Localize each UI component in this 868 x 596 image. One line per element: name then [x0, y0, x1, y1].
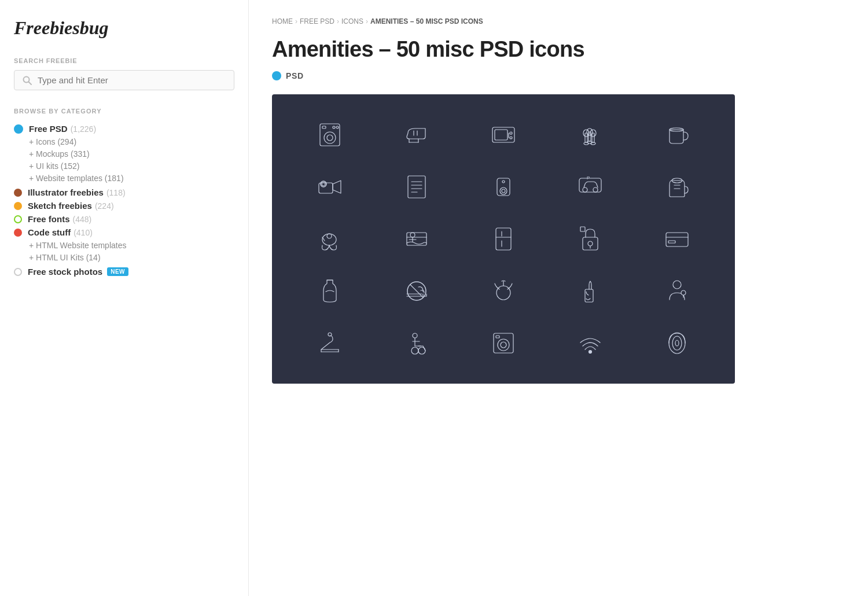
tag-psd: PSD [272, 71, 304, 80]
site-logo[interactable]: Freebiesbug [14, 17, 234, 39]
sub-items-code: + HTML Website templates + HTML UI Kits … [29, 241, 234, 262]
category-count-sketch: (224) [95, 201, 114, 211]
svg-point-42 [583, 187, 587, 192]
icon-washer-front [486, 326, 521, 360]
sub-item-icons[interactable]: + Icons (294) [29, 137, 234, 146]
sub-items-free-psd: + Icons (294) + Mockups (331) + UI kits … [29, 137, 234, 183]
category-sketch[interactable]: Sketch freebies (224) [14, 201, 234, 211]
breadcrumb-sep-1: › [295, 17, 297, 25]
icon-coffee-grinder [660, 170, 694, 204]
svg-marker-29 [333, 181, 341, 193]
breadcrumb-sep-2: › [337, 17, 339, 25]
svg-line-71 [410, 285, 423, 297]
tag-label-psd: PSD [286, 71, 304, 80]
icon-bowling-pins [573, 117, 608, 152]
category-name-sketch: Sketch freebies [28, 201, 92, 211]
category-fonts[interactable]: Free fonts (448) [14, 214, 234, 224]
icon-candy [486, 274, 521, 308]
svg-point-40 [502, 181, 505, 183]
category-count-free-psd: (1,226) [71, 124, 96, 134]
icon-wheelchair [399, 326, 434, 360]
svg-rect-64 [666, 233, 688, 247]
svg-rect-84 [494, 333, 513, 353]
svg-point-75 [681, 290, 686, 295]
sub-item-mockups[interactable]: + Mockups (331) [29, 149, 234, 159]
category-code[interactable]: Code stuff (410) [14, 227, 234, 237]
svg-point-16 [510, 137, 512, 139]
category-dot-code [14, 229, 22, 237]
icon-bottle [312, 274, 347, 308]
svg-point-85 [498, 339, 509, 351]
svg-rect-25 [589, 132, 591, 141]
badge-new: NEW [107, 267, 128, 276]
icon-towel-roll [660, 326, 694, 360]
breadcrumb-sep-3: › [366, 17, 368, 25]
svg-line-1 [29, 82, 32, 84]
svg-point-49 [327, 234, 332, 238]
svg-point-74 [673, 281, 681, 289]
search-input[interactable] [38, 75, 226, 85]
sidebar: Freebiesbug SEARCH FREEBIE BROWSE BY CAT… [0, 0, 249, 596]
category-name-code: Code stuff [28, 227, 71, 237]
category-dot-sketch [14, 202, 22, 210]
category-free-psd[interactable]: Free PSD (1,226) [14, 124, 234, 134]
category-name-stock: Free stock photos [28, 267, 102, 277]
svg-text:P: P [587, 175, 590, 181]
sub-item-html-ui-kits[interactable]: + HTML UI Kits (14) [29, 253, 234, 262]
icon-car-parking: P [573, 170, 608, 204]
page-title: Amenities – 50 misc PSD icons [272, 37, 845, 62]
sub-item-html-templates[interactable]: + HTML Website templates [29, 241, 234, 250]
tag-dot-psd [272, 71, 281, 80]
icon-washing-machine [312, 117, 347, 152]
icon-credit-card [660, 222, 694, 256]
category-dot-illustrator [14, 189, 22, 197]
icon-grid-container: P [272, 94, 735, 384]
svg-rect-14 [495, 130, 507, 140]
icon-refrigerator [486, 222, 521, 256]
svg-point-6 [333, 126, 335, 128]
browse-label: BROWSE BY CATEGORY [14, 108, 234, 115]
icon-video-camera [312, 170, 347, 204]
breadcrumb-free-psd[interactable]: FREE PSD [300, 17, 334, 25]
icon-grid: P [289, 117, 718, 360]
svg-rect-73 [585, 289, 593, 302]
icon-coffee-mug [660, 117, 694, 152]
svg-point-48 [322, 234, 336, 245]
breadcrumb-icons[interactable]: ICONS [341, 17, 363, 25]
svg-point-61 [588, 241, 593, 246]
category-count-fonts: (448) [73, 215, 92, 224]
category-stock-photos[interactable]: Free stock photos NEW [14, 267, 234, 277]
svg-rect-51 [407, 233, 426, 245]
svg-point-72 [496, 286, 510, 300]
svg-rect-19 [585, 133, 587, 142]
icon-eco-candle [573, 274, 608, 308]
sub-item-website-templates[interactable]: + Website templates (181) [29, 174, 234, 183]
svg-point-43 [593, 187, 598, 192]
breadcrumb-home[interactable]: HOME [272, 17, 293, 25]
category-name-illustrator: Illustrator freebies [28, 187, 104, 197]
svg-point-88 [589, 351, 592, 354]
svg-point-15 [510, 132, 512, 134]
svg-rect-5 [322, 126, 326, 128]
category-illustrator[interactable]: Illustrator freebies (118) [14, 187, 234, 197]
category-dot-fonts [14, 215, 22, 223]
icon-baby-toy [312, 222, 347, 256]
svg-point-7 [336, 126, 339, 128]
svg-point-39 [502, 189, 505, 193]
svg-point-91 [675, 340, 679, 346]
icon-swimming-pool [399, 222, 434, 256]
svg-point-82 [411, 347, 418, 354]
icon-wifi [573, 326, 608, 360]
search-label: SEARCH FREEBIE [14, 57, 234, 64]
icon-iron [399, 117, 434, 152]
search-box[interactable] [14, 70, 234, 90]
main-content: HOME › FREE PSD › ICONS › AMENITIES – 50… [249, 0, 868, 596]
category-count-code: (410) [73, 228, 93, 237]
icon-hanger [312, 326, 347, 360]
icon-no-smoking [399, 274, 434, 308]
icon-speaker [486, 170, 521, 204]
svg-rect-66 [668, 241, 675, 243]
sub-item-ui-kits[interactable]: + UI kits (152) [29, 161, 234, 171]
category-name-free-psd: Free PSD [29, 124, 68, 134]
category-count-illustrator: (118) [106, 188, 126, 197]
